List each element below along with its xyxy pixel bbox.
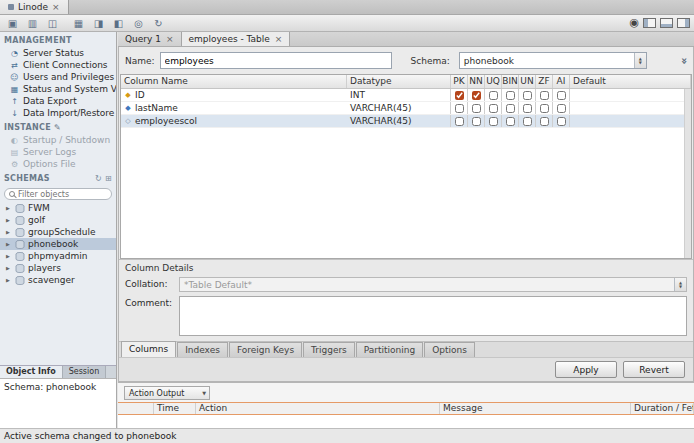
schema-select[interactable]: phonebook ▲▼ bbox=[459, 52, 647, 69]
create-schema-icon[interactable]: ◫ bbox=[44, 16, 61, 30]
chevron-right-icon[interactable]: ▶ bbox=[6, 277, 12, 283]
stepper-icon[interactable]: ▲▼ bbox=[634, 53, 646, 68]
schema-item-phonebook[interactable]: ▶ phonebook bbox=[0, 238, 116, 250]
bin-checkbox[interactable] bbox=[506, 91, 515, 100]
nn-checkbox[interactable] bbox=[472, 91, 481, 100]
create-procedure-icon[interactable]: ◧ bbox=[110, 16, 127, 30]
status-icon[interactable]: ◉ bbox=[629, 16, 639, 29]
tab-employees-table[interactable]: employees - Table × bbox=[182, 32, 291, 46]
chevron-right-icon[interactable]: ▶ bbox=[6, 205, 12, 211]
chevron-down-icon: ▼ bbox=[202, 390, 209, 396]
reconnect-icon[interactable]: ↻ bbox=[150, 16, 167, 30]
nn-checkbox[interactable] bbox=[472, 117, 481, 126]
pk-checkbox[interactable] bbox=[455, 104, 464, 113]
chevron-right-icon[interactable]: ▶ bbox=[6, 217, 12, 223]
schema-filter[interactable] bbox=[4, 188, 112, 200]
table-name-input[interactable] bbox=[160, 52, 392, 69]
revert-button[interactable]: Revert bbox=[623, 361, 685, 378]
pk-checkbox[interactable] bbox=[455, 91, 464, 100]
connection-tab[interactable]: Linode × bbox=[0, 0, 69, 14]
refresh-schemas-icon[interactable]: ↻ bbox=[95, 174, 102, 183]
object-info-panel: Schema: phonebook bbox=[0, 378, 116, 428]
uq-checkbox[interactable] bbox=[489, 91, 498, 100]
un-checkbox[interactable] bbox=[523, 91, 532, 100]
tab-object-info[interactable]: Object Info bbox=[0, 366, 63, 378]
chevron-right-icon[interactable]: ▶ bbox=[6, 265, 12, 271]
toggle-right-panel-icon[interactable] bbox=[677, 18, 690, 28]
tab-foreign-keys[interactable]: Foreign Keys bbox=[229, 342, 302, 357]
close-icon[interactable]: × bbox=[166, 34, 174, 44]
tab-session[interactable]: Session bbox=[63, 366, 107, 378]
apply-button[interactable]: Apply bbox=[555, 361, 617, 378]
pk-checkbox[interactable] bbox=[455, 117, 464, 126]
sidebar-item-status-variables[interactable]: ▦ Status and System Variables bbox=[0, 83, 116, 95]
collapse-header-icon[interactable]: » bbox=[678, 57, 688, 64]
ai-checkbox[interactable] bbox=[557, 117, 566, 126]
nn-checkbox[interactable] bbox=[472, 104, 481, 113]
uq-checkbox[interactable] bbox=[489, 104, 498, 113]
tab-columns[interactable]: Columns bbox=[121, 341, 176, 357]
search-icon[interactable]: ◎ bbox=[130, 16, 147, 30]
client-connections-icon: ⇄ bbox=[10, 61, 19, 70]
tab-indexes[interactable]: Indexes bbox=[177, 342, 228, 357]
bin-checkbox[interactable] bbox=[506, 117, 515, 126]
column-details-title: Column Details bbox=[125, 263, 687, 273]
tab-partitioning[interactable]: Partitioning bbox=[356, 342, 423, 357]
create-view-icon[interactable]: ◨ bbox=[90, 16, 107, 30]
collation-select[interactable]: *Table Default* ▲▼ bbox=[179, 277, 687, 292]
sidebar-item-options-file[interactable]: ⚙ Options File bbox=[0, 158, 116, 170]
sidebar-item-startup-shutdown[interactable]: ◐ Startup / Shutdown bbox=[0, 134, 116, 146]
main-area: Query 1 × employees - Table × Name: Sche… bbox=[118, 32, 694, 428]
table-row[interactable]: ◆ ID INT bbox=[121, 89, 691, 102]
comment-textarea[interactable] bbox=[179, 296, 687, 336]
close-icon[interactable]: × bbox=[52, 2, 60, 12]
output-selector[interactable]: Action Output ▼ bbox=[124, 386, 210, 400]
schema-item-golf[interactable]: ▶ golf bbox=[0, 214, 116, 226]
close-icon[interactable]: × bbox=[275, 34, 283, 44]
zf-checkbox[interactable] bbox=[540, 117, 549, 126]
output-table-body bbox=[118, 415, 694, 428]
sidebar-item-server-logs[interactable]: ▤ Server Logs bbox=[0, 146, 116, 158]
tab-options[interactable]: Options bbox=[424, 342, 475, 357]
schema-item-players[interactable]: ▶ players bbox=[0, 262, 116, 274]
schema-item-groupschedule[interactable]: ▶ groupSchedule bbox=[0, 226, 116, 238]
window-tab-strip: Linode × bbox=[0, 0, 694, 15]
sidebar-item-client-connections[interactable]: ⇄ Client Connections bbox=[0, 59, 116, 71]
table-row[interactable]: ◇ employeescol VARCHAR(45) bbox=[121, 115, 691, 128]
chevron-right-icon[interactable]: ▶ bbox=[6, 229, 12, 235]
columns-grid: Column Name Datatype PK NN UQ BIN UN ZF … bbox=[120, 74, 692, 259]
schema-item-phpmyadmin[interactable]: ▶ phpmyadmin bbox=[0, 250, 116, 262]
output-col-action: Action bbox=[196, 403, 440, 414]
uq-checkbox[interactable] bbox=[489, 117, 498, 126]
sidebar-item-data-import[interactable]: ↓ Data Import/Restore bbox=[0, 107, 116, 119]
schema-filter-input[interactable] bbox=[18, 190, 98, 199]
zf-checkbox[interactable] bbox=[540, 104, 549, 113]
table-form-row: Name: Schema: phonebook ▲▼ » bbox=[119, 47, 693, 74]
tab-triggers[interactable]: Triggers bbox=[303, 342, 355, 357]
database-icon bbox=[15, 204, 25, 213]
sidebar-item-server-status[interactable]: ◔ Server Status bbox=[0, 47, 116, 59]
schema-item-scavenger[interactable]: ▶ scavenger bbox=[0, 274, 116, 286]
create-table-icon[interactable]: ▦ bbox=[70, 16, 87, 30]
open-script-icon[interactable]: ▥ bbox=[24, 16, 41, 30]
toggle-bottom-panel-icon[interactable] bbox=[660, 18, 673, 28]
sidebar-item-data-export[interactable]: ↑ Data Export bbox=[0, 95, 116, 107]
zf-checkbox[interactable] bbox=[540, 91, 549, 100]
table-row[interactable]: ◆ lastName VARCHAR(45) bbox=[121, 102, 691, 115]
chevron-right-icon[interactable]: ▶ bbox=[6, 253, 12, 259]
chevron-right-icon[interactable]: ▶ bbox=[6, 241, 12, 247]
un-checkbox[interactable] bbox=[523, 104, 532, 113]
vertical-scrollbar[interactable] bbox=[684, 89, 691, 258]
database-icon bbox=[15, 228, 25, 237]
un-checkbox[interactable] bbox=[523, 117, 532, 126]
stepper-icon[interactable]: ▲▼ bbox=[674, 278, 686, 291]
tab-query-1[interactable]: Query 1 × bbox=[118, 32, 182, 46]
expand-schemas-icon[interactable]: ⊞ bbox=[105, 174, 112, 183]
ai-checkbox[interactable] bbox=[557, 104, 566, 113]
toggle-left-panel-icon[interactable] bbox=[643, 18, 656, 28]
new-query-icon[interactable]: ▣ bbox=[4, 16, 21, 30]
ai-checkbox[interactable] bbox=[557, 91, 566, 100]
sidebar-item-users-privileges[interactable]: ☺ Users and Privileges bbox=[0, 71, 116, 83]
bin-checkbox[interactable] bbox=[506, 104, 515, 113]
schema-item-fwm[interactable]: ▶ FWM bbox=[0, 202, 116, 214]
